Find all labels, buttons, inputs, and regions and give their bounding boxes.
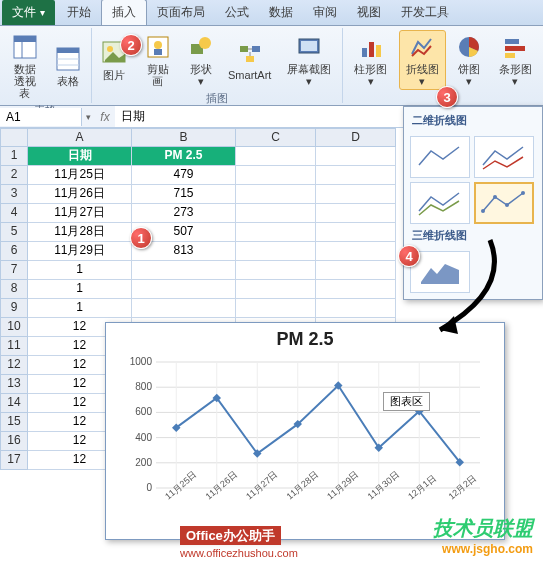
tab-bar: 文件 开始 插入 页面布局 公式 数据 审阅 视图 开发工具 bbox=[0, 0, 543, 26]
tab-insert[interactable]: 插入 bbox=[101, 0, 147, 25]
cell[interactable] bbox=[236, 261, 316, 280]
cell[interactable] bbox=[316, 204, 396, 223]
col-B[interactable]: B bbox=[132, 128, 236, 147]
svg-point-8 bbox=[107, 46, 113, 52]
cell[interactable]: 11月28日 bbox=[28, 223, 132, 242]
svg-text:200: 200 bbox=[135, 457, 152, 468]
svg-rect-24 bbox=[505, 46, 525, 51]
line-type-4-markers[interactable] bbox=[474, 182, 534, 224]
table-button[interactable]: 表格 bbox=[50, 42, 87, 90]
row-header[interactable]: 3 bbox=[0, 185, 28, 204]
cell[interactable] bbox=[236, 147, 316, 166]
col-D[interactable]: D bbox=[316, 128, 396, 147]
cell[interactable] bbox=[316, 261, 396, 280]
row-header[interactable]: 11 bbox=[0, 337, 28, 356]
chart-tooltip: 图表区 bbox=[383, 392, 430, 411]
svg-text:12月1日: 12月1日 bbox=[406, 473, 438, 502]
row-header[interactable]: 9 bbox=[0, 299, 28, 318]
shapes-button[interactable]: 形状▾ bbox=[183, 30, 220, 90]
row-header[interactable]: 2 bbox=[0, 166, 28, 185]
smartart-label: SmartArt bbox=[228, 69, 271, 81]
row-header[interactable]: 15 bbox=[0, 413, 28, 432]
row-header[interactable]: 14 bbox=[0, 394, 28, 413]
col-A[interactable]: A bbox=[28, 128, 132, 147]
tab-review[interactable]: 审阅 bbox=[303, 0, 347, 25]
row-header[interactable]: 16 bbox=[0, 432, 28, 451]
cell[interactable] bbox=[316, 185, 396, 204]
svg-rect-25 bbox=[505, 53, 515, 58]
row-header[interactable]: 8 bbox=[0, 280, 28, 299]
tab-dev[interactable]: 开发工具 bbox=[391, 0, 459, 25]
tab-layout[interactable]: 页面布局 bbox=[147, 0, 215, 25]
cell[interactable] bbox=[316, 223, 396, 242]
cell[interactable] bbox=[236, 185, 316, 204]
cell[interactable] bbox=[236, 299, 316, 318]
row-header[interactable]: 7 bbox=[0, 261, 28, 280]
row-header[interactable]: 4 bbox=[0, 204, 28, 223]
cell[interactable]: 日期 bbox=[28, 147, 132, 166]
line-type-3[interactable] bbox=[410, 182, 470, 224]
cell[interactable]: 11月26日 bbox=[28, 185, 132, 204]
pie-chart-button[interactable]: 饼图▾ bbox=[450, 30, 487, 90]
shapes-icon bbox=[187, 33, 215, 61]
row-header[interactable]: 13 bbox=[0, 375, 28, 394]
smartart-button[interactable]: SmartArt bbox=[224, 36, 276, 84]
group-illus-label: 插图 bbox=[206, 90, 228, 107]
cell[interactable] bbox=[132, 280, 236, 299]
svg-text:12月2日: 12月2日 bbox=[447, 473, 479, 502]
cell[interactable]: 11月29日 bbox=[28, 242, 132, 261]
column-chart-button[interactable]: 柱形图▾ bbox=[347, 30, 395, 90]
cell[interactable]: 1 bbox=[28, 280, 132, 299]
screenshot-button[interactable]: 屏幕截图▾ bbox=[280, 30, 338, 90]
cell[interactable]: 479 bbox=[132, 166, 236, 185]
tab-view[interactable]: 视图 bbox=[347, 0, 391, 25]
row-header[interactable]: 12 bbox=[0, 356, 28, 375]
name-box[interactable]: A1 bbox=[0, 108, 82, 126]
cell[interactable]: PM 2.5 bbox=[132, 147, 236, 166]
row-header[interactable]: 17 bbox=[0, 451, 28, 470]
clipart-icon bbox=[144, 33, 172, 61]
line-type-2[interactable] bbox=[474, 136, 534, 178]
svg-rect-18 bbox=[301, 41, 317, 51]
bar-chart-button[interactable]: 条形图▾ bbox=[491, 30, 539, 90]
cell[interactable]: 715 bbox=[132, 185, 236, 204]
cell[interactable] bbox=[316, 147, 396, 166]
cell[interactable]: 11月27日 bbox=[28, 204, 132, 223]
cell[interactable] bbox=[236, 223, 316, 242]
cell[interactable] bbox=[236, 242, 316, 261]
cell[interactable] bbox=[316, 299, 396, 318]
cell[interactable] bbox=[236, 166, 316, 185]
cell[interactable] bbox=[236, 280, 316, 299]
tab-data[interactable]: 数据 bbox=[259, 0, 303, 25]
svg-rect-16 bbox=[246, 56, 254, 62]
svg-rect-15 bbox=[252, 46, 260, 52]
row-header[interactable]: 5 bbox=[0, 223, 28, 242]
col-C[interactable]: C bbox=[236, 128, 316, 147]
group-tables: 数据 透视表 表格 表格 bbox=[0, 28, 92, 103]
tab-file[interactable]: 文件 bbox=[2, 0, 55, 25]
cell[interactable] bbox=[316, 166, 396, 185]
cell[interactable] bbox=[316, 242, 396, 261]
fx-icon[interactable]: fx bbox=[95, 110, 115, 124]
row-header[interactable]: 10 bbox=[0, 318, 28, 337]
cell[interactable]: 1 bbox=[28, 261, 132, 280]
cell[interactable] bbox=[132, 299, 236, 318]
line-type-1[interactable] bbox=[410, 136, 470, 178]
select-all-corner[interactable] bbox=[0, 128, 28, 147]
cell[interactable] bbox=[132, 261, 236, 280]
tab-home[interactable]: 开始 bbox=[57, 0, 101, 25]
cell[interactable] bbox=[316, 280, 396, 299]
tab-formula[interactable]: 公式 bbox=[215, 0, 259, 25]
row-header[interactable]: 6 bbox=[0, 242, 28, 261]
pivot-table-button[interactable]: 数据 透视表 bbox=[4, 30, 46, 102]
chart-object[interactable]: PM 2.5 0200400600800100011月25日11月26日11月2… bbox=[105, 322, 505, 540]
cell[interactable]: 273 bbox=[132, 204, 236, 223]
line-chart-button[interactable]: 折线图▾ bbox=[399, 30, 447, 90]
clipart-button[interactable]: 剪贴画 bbox=[137, 30, 179, 90]
svg-text:11月28日: 11月28日 bbox=[285, 469, 321, 501]
cell[interactable] bbox=[236, 204, 316, 223]
name-box-dropdown-icon[interactable]: ▾ bbox=[82, 112, 95, 122]
cell[interactable]: 1 bbox=[28, 299, 132, 318]
row-header[interactable]: 1 bbox=[0, 147, 28, 166]
cell[interactable]: 11月25日 bbox=[28, 166, 132, 185]
